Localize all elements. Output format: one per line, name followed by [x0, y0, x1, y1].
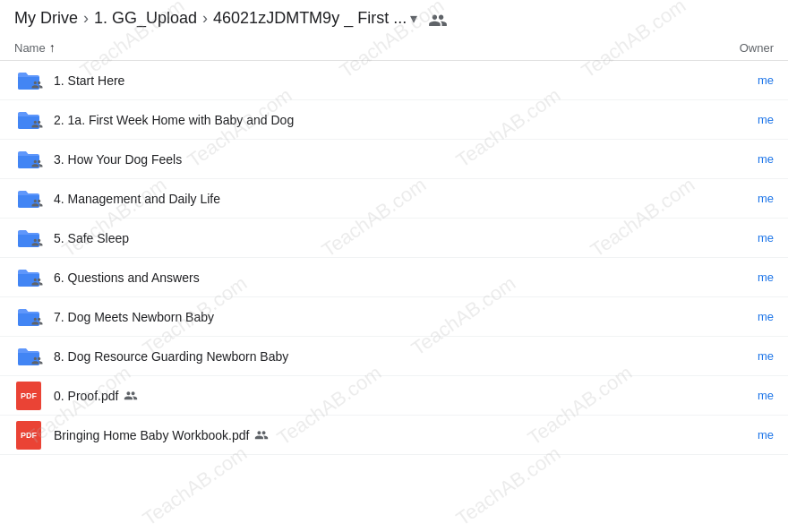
file-rows-container: 1. Start Hereme 2. 1a. First Week Home w… [0, 61, 788, 455]
folder-shared-icon [14, 303, 43, 331]
breadcrumb-my-drive[interactable]: My Drive [14, 9, 78, 28]
file-owner: me [666, 152, 774, 166]
pdf-icon: PDF [14, 421, 43, 450]
table-row[interactable]: 8. Dog Resource Guarding Newborn Babyme [0, 337, 788, 376]
table-row[interactable]: 1. Start Hereme [0, 61, 788, 100]
file-owner: me [666, 428, 774, 442]
breadcrumb: My Drive › 1. GG_Upload › 46021zJDMTM9y … [0, 0, 788, 35]
folder-shared-icon [14, 342, 43, 371]
file-owner: me [666, 270, 774, 284]
column-owner: Owner [666, 41, 774, 55]
file-name: 0. Proof.pdf [54, 389, 666, 403]
shared-badge-icon [254, 428, 269, 440]
file-name: Bringing Home Baby Workbook.pdf [54, 428, 666, 442]
breadcrumb-sep-2: › [202, 9, 208, 28]
sort-arrow-icon: ↑ [49, 40, 56, 55]
file-name: 8. Dog Resource Guarding Newborn Baby [54, 349, 666, 364]
breadcrumb-gg-upload[interactable]: 1. GG_Upload [94, 9, 197, 28]
shared-badge-icon [124, 389, 138, 400]
file-name: 6. Questions and Answers [54, 270, 666, 285]
file-owner: me [666, 73, 774, 87]
pdf-icon: PDF [14, 382, 43, 410]
column-name-label: Name [14, 41, 46, 55]
file-owner: me [666, 113, 774, 126]
file-owner: me [666, 310, 774, 323]
table-row[interactable]: 6. Questions and Answersme [0, 258, 788, 297]
file-name: 4. Management and Daily Life [54, 192, 666, 206]
file-owner: me [666, 349, 774, 363]
file-owner: me [666, 231, 774, 245]
file-owner: me [666, 192, 774, 205]
table-row[interactable]: 4. Management and Daily Lifeme [0, 179, 788, 219]
file-owner: me [666, 389, 774, 402]
file-list: Name ↑ Owner 1. Start Hereme [0, 35, 788, 455]
share-people-icon[interactable] [428, 11, 448, 27]
file-name: 2. 1a. First Week Home with Baby and Dog [54, 113, 666, 127]
column-name[interactable]: Name ↑ [14, 40, 666, 55]
breadcrumb-current-label: 46021zJDMTM9y _ First ... [213, 9, 407, 28]
table-row[interactable]: 7. Dog Meets Newborn Babyme [0, 297, 788, 337]
breadcrumb-sep-1: › [83, 9, 89, 28]
breadcrumb-current-folder[interactable]: 46021zJDMTM9y _ First ... ▾ [213, 9, 417, 28]
file-name: 3. How Your Dog Feels [54, 152, 666, 167]
folder-shared-icon [14, 263, 43, 292]
folder-shared-icon [14, 224, 43, 253]
table-row[interactable]: 5. Safe Sleepme [0, 219, 788, 258]
file-name: 7. Dog Meets Newborn Baby [54, 310, 666, 324]
file-name: 1. Start Here [54, 73, 666, 88]
breadcrumb-dropdown-arrow: ▾ [410, 10, 417, 27]
folder-shared-icon [14, 184, 43, 213]
folder-shared-icon [14, 145, 43, 174]
table-row[interactable]: PDFBringing Home Baby Workbook.pdf me [0, 416, 788, 455]
table-row[interactable]: 3. How Your Dog Feelsme [0, 140, 788, 179]
folder-shared-icon [14, 66, 43, 95]
table-row[interactable]: PDF0. Proof.pdf me [0, 376, 788, 416]
folder-shared-icon [14, 106, 43, 134]
file-name: 5. Safe Sleep [54, 231, 666, 245]
table-row[interactable]: 2. 1a. First Week Home with Baby and Dog… [0, 100, 788, 140]
file-list-header: Name ↑ Owner [0, 35, 788, 61]
